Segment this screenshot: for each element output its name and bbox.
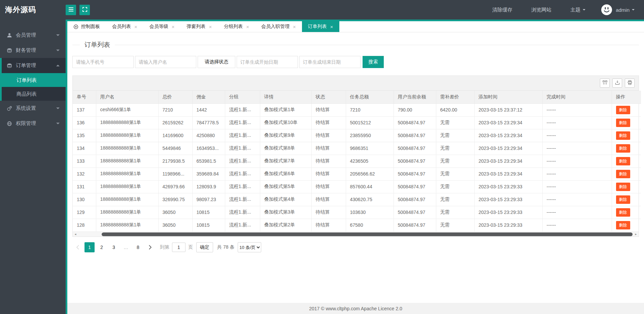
tab-dashboard[interactable]: 控制面板 <box>67 21 106 32</box>
delete-button[interactable]: 删除 <box>616 183 630 191</box>
delete-button[interactable]: 删除 <box>616 221 630 229</box>
tab-order-list[interactable]: 订单列表 × <box>302 21 339 32</box>
close-icon[interactable]: × <box>134 24 137 29</box>
prev-page-button[interactable] <box>72 242 82 252</box>
cell-user-balance: 50084874.97 <box>394 206 436 219</box>
close-icon[interactable]: × <box>330 24 333 29</box>
username-input[interactable] <box>135 56 196 68</box>
username-label: admin <box>616 7 630 13</box>
table-toolbar <box>73 76 639 91</box>
cell-username: 18888888888第1单 <box>96 129 158 142</box>
cell-status: 待结算 <box>311 116 346 129</box>
theme-menu[interactable]: 主题 <box>570 7 585 13</box>
per-page-select[interactable]: 10 条/页 <box>238 242 261 252</box>
cell-user-balance: 50084874.97 <box>394 193 436 206</box>
cell-total-price: 14169600 <box>158 129 192 142</box>
next-page-button[interactable] <box>145 242 155 252</box>
sidebar-subitem-product-list[interactable]: 商品列表 <box>2 87 66 101</box>
table-row: 131 18888888888第1单 426979.66 128093.9 流程… <box>73 180 641 193</box>
delete-button[interactable]: 删除 <box>616 170 630 178</box>
sidebar-item-member-management[interactable]: 会员管理 <box>0 28 66 43</box>
page-unit-label: 页 <box>188 244 193 250</box>
cell-group: 流程1.新... <box>225 129 260 142</box>
sidebar-item-system-settings[interactable]: 系统设置 <box>0 101 66 116</box>
cell-username: 18888888888第1单 <box>96 219 158 231</box>
browse-site-link[interactable]: 浏览网站 <box>531 7 551 13</box>
permissions-icon <box>7 121 12 126</box>
cell-status: 待结算 <box>311 180 346 193</box>
delete-button[interactable]: 删除 <box>616 208 630 217</box>
delete-button[interactable]: 删除 <box>616 157 630 165</box>
goto-label: 到第 <box>160 244 169 250</box>
phone-input[interactable] <box>72 56 134 68</box>
end-date-input[interactable] <box>299 56 361 68</box>
scroll-left-arrow-icon[interactable]: ◄ <box>73 232 78 237</box>
cell-username: 18888888888第1单 <box>96 167 158 180</box>
theme-label: 主题 <box>570 7 580 13</box>
topbar-right: 清除缓存 浏览网站 主题 admin <box>473 4 644 15</box>
avatar[interactable] <box>601 4 612 15</box>
clear-cache-link[interactable]: 清除缓存 <box>492 7 512 13</box>
tab-popup-list[interactable]: 弹窗列表 × <box>181 21 218 32</box>
fullscreen-button[interactable] <box>79 5 90 15</box>
export-button[interactable] <box>612 78 622 88</box>
start-date-input[interactable] <box>237 56 298 68</box>
cell-add-time: 2023-03-15 23:29:33 <box>474 206 542 219</box>
delete-button[interactable]: 删除 <box>616 131 630 140</box>
cell-order-no: 136 <box>73 116 96 129</box>
cell-username: 18888888888第1单 <box>96 180 158 193</box>
cell-add-time: 2023-03-15 23:29:34 <box>474 129 542 142</box>
cell-details: 叠加模式第3单 <box>260 206 311 219</box>
sidebar-toggle-button[interactable] <box>66 5 76 15</box>
footer: 2017 © www.cltphp.com Apache Licence 2.0 <box>67 303 644 314</box>
cell-commission: 7847778.5 <box>192 116 225 129</box>
delete-button[interactable]: 删除 <box>616 195 630 204</box>
confirm-button[interactable]: 确定 <box>196 242 213 252</box>
page-button-8[interactable]: 8 <box>133 242 143 252</box>
cell-order-no: 134 <box>73 142 96 155</box>
sidebar-item-order-management[interactable]: 订单管理 <box>2 58 66 73</box>
close-icon[interactable]: × <box>209 24 212 29</box>
sidebar-item-finance-management[interactable]: 财务管理 <box>0 43 66 58</box>
cell-order-no: 129 <box>73 206 96 219</box>
close-icon[interactable]: × <box>172 24 175 29</box>
cell-commission: 1442 <box>192 103 225 116</box>
user-menu[interactable]: admin <box>616 7 635 13</box>
close-icon[interactable]: × <box>293 24 296 29</box>
cell-total-price: 36050 <box>158 219 192 231</box>
col-header-order-no: 单号 <box>73 91 96 103</box>
close-icon[interactable]: × <box>246 24 249 29</box>
cell-price-difference: 无需 <box>436 193 474 206</box>
cell-task-total: 4236505 <box>346 155 394 167</box>
table-row: 135 18888888888第1单 14169600 4250880 流程1.… <box>73 129 641 142</box>
cell-finish-time: ------ <box>542 193 612 206</box>
tab-member-level[interactable]: 会员等级 × <box>143 21 181 32</box>
tab-member-onboarding[interactable]: 会员入职管理 × <box>255 21 302 32</box>
toggle-columns-button[interactable] <box>600 78 610 88</box>
cell-username: 18888888888第1单 <box>96 142 158 155</box>
tab-group-list[interactable]: 分组列表 × <box>218 21 255 32</box>
sidebar-item-permission-management[interactable]: 权限管理 <box>0 116 66 131</box>
cell-add-time: 2023-03-15 23:29:34 <box>474 142 542 155</box>
cell-actions: 删除 <box>612 116 641 129</box>
delete-button[interactable]: 删除 <box>616 119 630 127</box>
cell-finish-time: ------ <box>542 116 612 129</box>
tab-member-list[interactable]: 会员列表 × <box>106 21 143 32</box>
print-button[interactable] <box>625 78 635 88</box>
page-button-1[interactable]: 1 <box>84 242 95 252</box>
col-header-commission: 佣金 <box>192 91 225 103</box>
cell-group: 流程1.新... <box>225 103 260 116</box>
cell-price-difference: 6420.00 <box>436 103 474 116</box>
cell-task-total: 430620.75 <box>346 193 394 206</box>
search-button[interactable]: 搜索 <box>363 56 384 68</box>
goto-page-input[interactable] <box>172 243 185 252</box>
delete-button[interactable]: 删除 <box>616 106 630 114</box>
page-button-2[interactable]: 2 <box>97 242 107 252</box>
status-select-button[interactable]: 请选择状态 <box>198 56 235 68</box>
page-button-3[interactable]: 3 <box>109 242 119 252</box>
delete-button[interactable]: 删除 <box>616 144 630 153</box>
sidebar-subitem-order-list[interactable]: 订单列表 <box>2 73 66 87</box>
scrollbar-thumb[interactable] <box>102 232 633 236</box>
scroll-right-arrow-icon[interactable]: ► <box>634 232 638 237</box>
col-header-user-balance: 用户当前余额 <box>394 91 436 103</box>
